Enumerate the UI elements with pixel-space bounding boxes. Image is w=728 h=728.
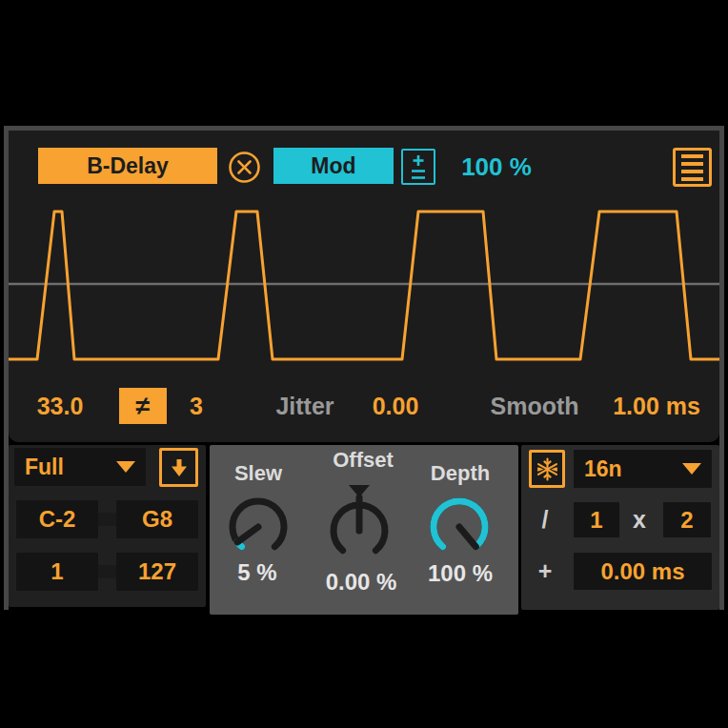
depth-knob[interactable] bbox=[416, 479, 502, 571]
multiply-field[interactable]: 2 bbox=[663, 502, 711, 537]
sync-rate-value: 16n bbox=[574, 456, 682, 482]
chevron-down-icon bbox=[682, 463, 701, 475]
jitter-value[interactable]: 0.00 bbox=[373, 393, 419, 420]
slew-value: 5 % bbox=[237, 559, 276, 586]
velocity-range-connector bbox=[98, 565, 116, 578]
note-range-connector bbox=[98, 513, 116, 526]
mod-mode-button[interactable]: Mod bbox=[273, 148, 394, 184]
jitter-label: Jitter bbox=[275, 393, 334, 420]
multiply-sign: x bbox=[633, 506, 646, 534]
device-right-border bbox=[719, 131, 724, 610]
rate-value[interactable]: 33.0 bbox=[37, 393, 84, 420]
note-max-field[interactable]: G8 bbox=[116, 500, 198, 538]
waveform-display bbox=[9, 195, 719, 372]
offset-label: Offset bbox=[333, 448, 394, 473]
plus-sign: + bbox=[538, 557, 553, 585]
time-offset-field[interactable]: 0.00 ms bbox=[574, 553, 712, 590]
offset-knob[interactable] bbox=[316, 483, 402, 575]
range-mode-dropdown[interactable]: Full bbox=[14, 448, 146, 486]
bipolar-toggle-button[interactable] bbox=[401, 149, 435, 185]
velocity-min-field[interactable]: 1 bbox=[16, 553, 98, 591]
range-mode-value: Full bbox=[14, 455, 116, 480]
chevron-down-icon bbox=[116, 461, 135, 473]
depth-value: 100 % bbox=[428, 560, 493, 587]
offset-value: 0.00 % bbox=[326, 569, 397, 596]
snowflake-icon bbox=[536, 457, 559, 481]
divide-field[interactable]: 1 bbox=[574, 502, 619, 537]
freeze-button[interactable] bbox=[529, 450, 565, 488]
circle-x-icon bbox=[228, 151, 261, 184]
target-selector-button[interactable]: B-Delay bbox=[38, 148, 217, 184]
mod-amount-value[interactable]: 100 % bbox=[461, 152, 532, 182]
down-arrow-icon bbox=[169, 457, 190, 478]
velocity-max-field[interactable]: 127 bbox=[116, 553, 198, 591]
divide-sign: / bbox=[542, 506, 549, 534]
sync-rate-dropdown[interactable]: 16n bbox=[574, 450, 712, 488]
waveform-graph bbox=[9, 195, 719, 372]
device-background: B-Delay Mod 100 % 33.0 ≠ 3 Jitter 0. bbox=[0, 0, 728, 728]
steps-value[interactable]: 3 bbox=[190, 393, 203, 420]
plus-minus-icon bbox=[407, 153, 430, 180]
smooth-value[interactable]: 1.00 ms bbox=[613, 393, 700, 420]
note-min-field[interactable]: C-2 bbox=[16, 500, 98, 538]
menu-button[interactable] bbox=[673, 148, 712, 187]
receive-button[interactable] bbox=[159, 448, 198, 487]
close-button[interactable] bbox=[228, 151, 261, 184]
slew-knob[interactable] bbox=[215, 479, 301, 571]
inequality-button[interactable]: ≠ bbox=[119, 388, 167, 424]
smooth-label: Smooth bbox=[490, 393, 578, 420]
